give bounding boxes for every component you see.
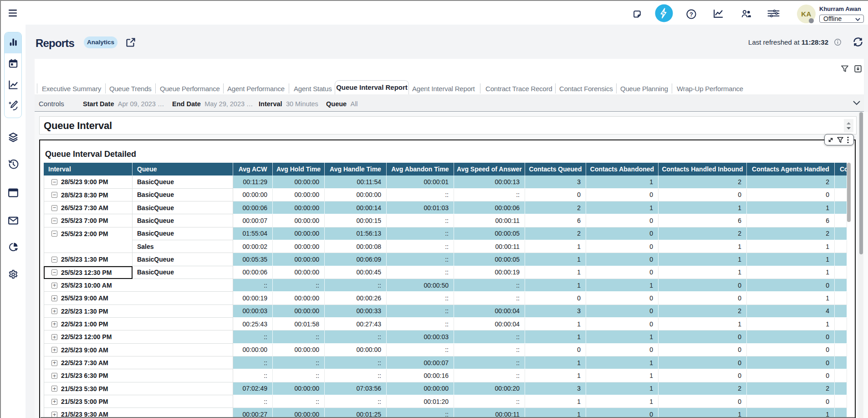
svg-text:?: ? [689, 11, 693, 18]
